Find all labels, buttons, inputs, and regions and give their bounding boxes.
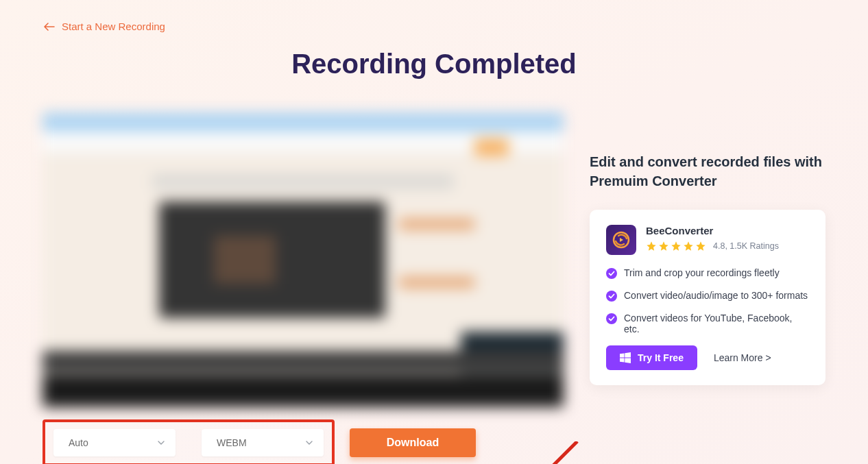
promo-heading: Edit and convert recorded files with Pre…: [590, 152, 825, 191]
download-button-label: Download: [387, 437, 439, 448]
app-name: BeeConverter: [646, 225, 779, 236]
chevron-down-icon: [306, 441, 313, 445]
feature-item: Convert video/audio/image to 300+ format…: [606, 290, 809, 302]
back-link[interactable]: Start a New Recording: [0, 0, 165, 32]
download-button[interactable]: Download: [350, 428, 476, 457]
svg-point-4: [606, 313, 617, 324]
star-icon: [683, 241, 694, 252]
star-icon: [671, 241, 682, 252]
star-icon: [658, 241, 669, 252]
star-icon: [646, 241, 657, 252]
right-column: Edit and convert recorded files with Pre…: [590, 112, 825, 465]
svg-point-2: [606, 268, 617, 279]
windows-icon: [620, 352, 631, 363]
arrow-left-icon: [44, 23, 55, 31]
content-area: Auto WEBM Download Edit and convert reco…: [0, 80, 868, 465]
back-link-label: Start a New Recording: [62, 21, 165, 32]
feature-text: Convert video/audio/image to 300+ format…: [624, 290, 808, 301]
svg-point-3: [606, 291, 617, 302]
video-preview: [43, 112, 564, 407]
rating-text: 4.8, 1.5K Ratings: [713, 241, 779, 251]
promo-card: BeeConverter 4.8, 1.5K Ratings: [590, 210, 825, 385]
card-actions: Try It Free Learn More >: [606, 345, 809, 370]
rating-row: 4.8, 1.5K Ratings: [646, 241, 779, 252]
feature-list: Trim and crop your recordings fleetly Co…: [606, 267, 809, 334]
star-icon: [695, 241, 706, 252]
check-circle-icon: [606, 291, 617, 302]
learn-more-link[interactable]: Learn More >: [714, 352, 771, 363]
annotation-highlight-box: Auto WEBM: [43, 419, 335, 465]
left-column: Auto WEBM Download: [43, 112, 564, 465]
try-free-label: Try It Free: [638, 352, 684, 363]
quality-select-value: Auto: [69, 437, 88, 448]
controls-row: Auto WEBM Download: [43, 419, 564, 465]
page-title: Recording Completed: [0, 49, 868, 80]
feature-item: Convert videos for YouTube, Facebook, et…: [606, 313, 809, 334]
beeconverter-app-icon: [606, 225, 636, 255]
format-select-value: WEBM: [217, 437, 247, 448]
check-circle-icon: [606, 313, 617, 324]
feature-item: Trim and crop your recordings fleetly: [606, 267, 809, 279]
feature-text: Trim and crop your recordings fleetly: [624, 267, 780, 278]
card-header: BeeConverter 4.8, 1.5K Ratings: [606, 225, 809, 255]
try-free-button[interactable]: Try It Free: [606, 345, 697, 370]
rating-stars: [646, 241, 706, 252]
check-circle-icon: [606, 268, 617, 279]
quality-select[interactable]: Auto: [53, 429, 176, 456]
feature-text: Convert videos for YouTube, Facebook, et…: [624, 313, 809, 334]
format-select[interactable]: WEBM: [202, 429, 324, 456]
chevron-down-icon: [158, 441, 165, 445]
